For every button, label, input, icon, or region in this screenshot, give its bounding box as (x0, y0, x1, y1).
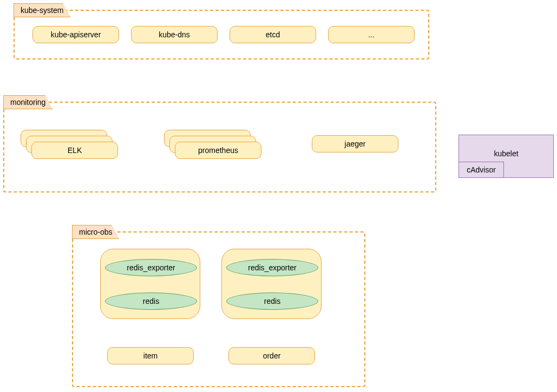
pod-label: item (143, 351, 158, 360)
pod-redis-2: redis_exporter redis (221, 249, 322, 319)
pod-kube-apiserver: kube-apiserver (32, 26, 119, 43)
container-redis-exporter: redis_exporter (226, 259, 318, 276)
stack-layer-top: prometheus (175, 142, 261, 159)
container-redis: redis (226, 293, 318, 310)
pod-label: etcd (266, 30, 280, 39)
ellipse-label: redis (264, 297, 280, 305)
pod-redis-1: redis_exporter redis (100, 249, 200, 319)
ellipse-label: redis (143, 297, 159, 305)
pod-label: kube-apiserver (51, 30, 101, 39)
namespace-monitoring: monitoring ELK prometheus jaeger (3, 102, 436, 192)
pod-label: kube-dns (159, 30, 190, 39)
container-redis-exporter: redis_exporter (105, 259, 197, 276)
ellipse-label: redis_exporter (127, 263, 175, 272)
label-text: micro-obs (79, 228, 112, 236)
ellipse-label: redis_exporter (248, 263, 297, 272)
kubelet-label: kubelet (494, 149, 518, 158)
pod-label: jaeger (345, 139, 366, 148)
namespace-label-monitoring: monitoring (3, 95, 53, 109)
namespace-label-micro-obs: micro-obs (72, 225, 119, 239)
container-redis: redis (105, 293, 197, 310)
label-text: kube-system (21, 6, 63, 15)
pod-label: ELK (68, 146, 82, 155)
namespace-label-kube-system: kube-system (14, 3, 70, 17)
pod-item: item (107, 347, 194, 364)
pod-more: ... (328, 26, 415, 43)
namespace-kube-system: kube-system kube-apiserver kube-dns etcd… (14, 10, 429, 59)
stack-layer-top: ELK (31, 142, 118, 159)
cadvisor-label: cAdvisor (467, 165, 496, 174)
cadvisor-box: cAdvisor (458, 162, 504, 178)
pod-etcd: etcd (230, 26, 316, 43)
pod-order: order (228, 347, 315, 364)
pod-stack-elk: ELK (21, 130, 118, 159)
pod-label: order (263, 351, 281, 360)
namespace-micro-obs: micro-obs redis_exporter redis redis_exp… (72, 231, 365, 387)
pod-stack-prometheus: prometheus (164, 130, 261, 159)
label-text: monitoring (10, 98, 45, 107)
pod-label: prometheus (198, 146, 238, 155)
kubelet-box: kubelet cAdvisor (458, 135, 554, 178)
pod-jaeger: jaeger (312, 135, 398, 152)
pod-label: ... (368, 30, 375, 39)
pod-kube-dns: kube-dns (131, 26, 218, 43)
